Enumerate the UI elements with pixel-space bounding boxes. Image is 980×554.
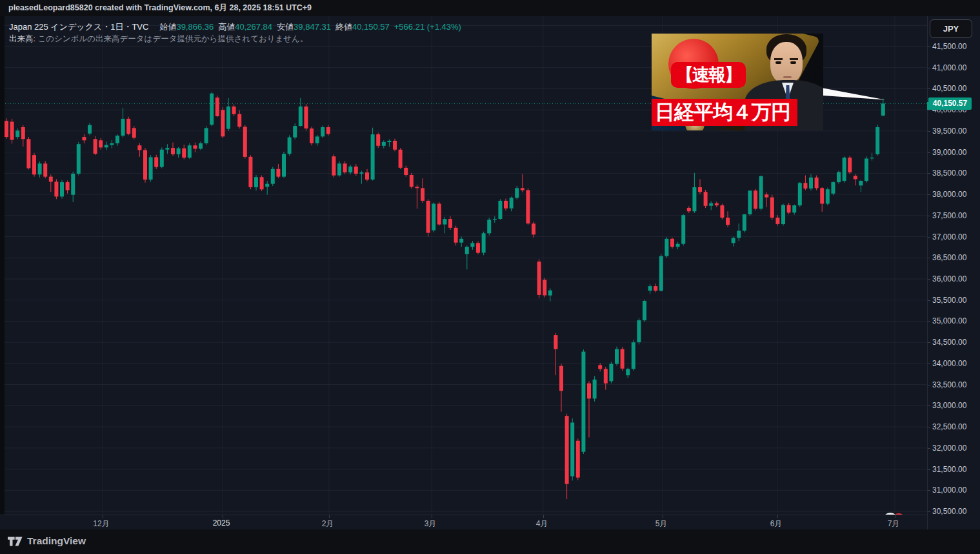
candle <box>154 155 158 169</box>
candle <box>659 254 663 291</box>
change-value: +566.21 (+1.43%) <box>394 22 461 32</box>
candle <box>293 123 297 139</box>
candle <box>831 181 835 196</box>
candle <box>215 96 219 117</box>
candle <box>781 204 785 226</box>
price-axis[interactable]: JPY 40,150.57 41,500.0041,000.0040,500.0… <box>927 16 980 529</box>
candle <box>448 216 452 230</box>
symbol-legend[interactable]: Japan 225 インデックス・1日・TVC始値39,866.36高値40,2… <box>9 21 461 33</box>
candle <box>359 170 363 183</box>
candle <box>732 237 735 247</box>
currency-toggle-button[interactable]: JPY <box>930 19 972 38</box>
volume-legend: 出来高: このシンボルの出来高データはデータ提供元から提供されておりません。 <box>9 34 308 45</box>
candle <box>126 117 130 136</box>
time-axis-label: 12月 <box>82 518 121 529</box>
candle <box>437 202 441 226</box>
breaking-news-badge: 【速報】 <box>671 62 746 88</box>
time-axis-tick <box>103 515 103 518</box>
candle <box>205 126 208 145</box>
candle <box>177 147 181 158</box>
candle <box>709 201 713 210</box>
price-axis-tick <box>928 385 930 385</box>
candle <box>49 174 53 192</box>
candle <box>809 174 813 191</box>
candle <box>226 98 230 131</box>
symbol-title[interactable]: Japan 225 インデックス・1日・TVC <box>9 22 148 32</box>
candle <box>498 199 502 220</box>
price-axis-label: 40,500.00 <box>932 84 966 93</box>
candle <box>149 155 153 181</box>
candle <box>554 333 557 375</box>
high-value: 40,267.84 <box>235 22 272 32</box>
chart-pane[interactable]: Japan 225 インデックス・1日・TVC始値39,866.36高値40,2… <box>0 16 927 515</box>
candle <box>759 176 763 210</box>
price-axis-tick <box>928 511 930 512</box>
price-axis-label: 32,000.00 <box>932 444 966 453</box>
candle <box>687 206 691 213</box>
price-axis-label: 33,500.00 <box>932 380 966 389</box>
news-thumbnail-overlay: 【速報】 日経平均４万円 <box>652 34 823 130</box>
open-label: 始値 <box>159 22 176 32</box>
candle <box>621 347 625 371</box>
candle <box>676 242 680 249</box>
candle <box>371 128 375 181</box>
candle <box>82 134 86 143</box>
candle <box>681 214 685 245</box>
price-axis-label: 38,500.00 <box>932 169 966 178</box>
candle <box>820 187 824 212</box>
time-axis[interactable]: 12月20252月3月4月5月6月7月 <box>0 515 927 529</box>
candle <box>510 196 514 211</box>
candle <box>581 349 585 454</box>
candle <box>260 176 264 191</box>
tradingview-logo[interactable]: TradingView <box>8 535 86 547</box>
candle <box>393 139 397 152</box>
candle <box>543 278 546 298</box>
price-axis-label: 39,500.00 <box>932 127 966 136</box>
candle <box>826 188 830 206</box>
price-axis-tick <box>928 216 930 216</box>
candle <box>815 176 819 190</box>
time-axis-label: 2月 <box>308 518 347 529</box>
price-axis-tick <box>928 405 930 406</box>
candle <box>787 203 791 214</box>
candle <box>521 174 525 192</box>
candle <box>559 364 563 412</box>
candle <box>60 180 64 199</box>
candle <box>548 288 552 301</box>
candle <box>404 166 408 177</box>
candle <box>792 205 796 215</box>
candle <box>193 143 197 152</box>
candle <box>399 148 403 169</box>
price-axis-label: 36,500.00 <box>932 253 966 262</box>
candle <box>604 367 608 389</box>
price-axis-tick <box>928 68 930 68</box>
time-axis-tick <box>663 515 663 518</box>
candle <box>332 154 335 178</box>
candle <box>38 161 42 178</box>
low-label: 安値 <box>277 22 294 32</box>
candle <box>282 152 286 178</box>
price-axis-label: 37,000.00 <box>932 232 966 241</box>
time-axis-label: 6月 <box>757 518 795 529</box>
candle <box>798 182 802 207</box>
time-axis-tick <box>777 515 778 518</box>
candle <box>210 92 214 126</box>
candle <box>387 139 391 147</box>
candle <box>321 125 325 138</box>
price-axis-label: 41,000.00 <box>932 63 966 72</box>
candle <box>626 368 630 378</box>
price-axis-label: 31,000.00 <box>932 486 966 495</box>
footer-bar: TradingView <box>0 529 980 554</box>
presenter-eye <box>775 61 781 64</box>
candle <box>105 141 108 150</box>
candle <box>881 99 885 117</box>
candle <box>837 170 841 183</box>
candle <box>243 125 247 159</box>
time-axis-tick <box>223 515 223 518</box>
candle <box>276 164 280 178</box>
candle <box>26 137 30 169</box>
time-axis-tick <box>543 515 544 518</box>
candle <box>854 174 857 186</box>
price-axis-tick <box>928 321 930 322</box>
price-axis-label: 32,500.00 <box>932 422 966 431</box>
